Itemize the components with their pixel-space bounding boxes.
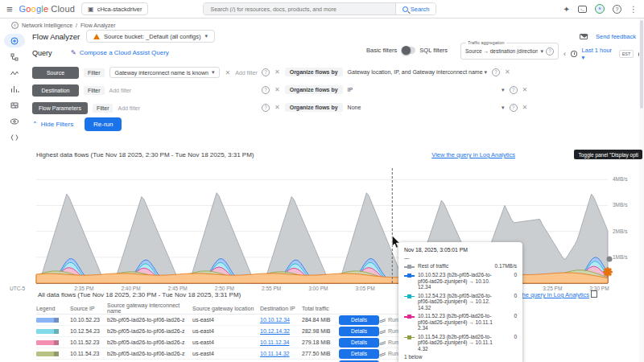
firewall-insights-icon bbox=[10, 101, 19, 110]
x-axis-label: 3:00 PM bbox=[308, 286, 328, 291]
details-button[interactable]: Details bbox=[339, 315, 379, 325]
cloud-shell-icon[interactable]: ›_ bbox=[578, 6, 587, 13]
total-traffic: 277.50 MiB bbox=[302, 351, 339, 356]
details-button[interactable]: Details bbox=[339, 327, 379, 336]
filters-mode-toggle[interactable] bbox=[401, 47, 415, 54]
organize-flows-value[interactable]: Gateway location, IP, and Gateway interc… bbox=[348, 69, 487, 76]
x-axis-label: 2:35 PM bbox=[74, 286, 93, 291]
interconnect-name: b2b-pf05-iad26-to-pf06-iad26-z bbox=[107, 339, 192, 345]
source-bucket-selector[interactable]: Source bucket: _Default (all configs) ▾ bbox=[86, 30, 215, 43]
details-button[interactable]: Details bbox=[339, 349, 379, 359]
y-axis-label: 3MB/s bbox=[613, 202, 628, 208]
organize-clear-icon[interactable]: ✕ bbox=[522, 104, 528, 111]
scrollbar[interactable] bbox=[639, 19, 644, 362]
row-clear-icon[interactable]: ✕ bbox=[275, 86, 280, 93]
remove-filter-icon[interactable]: ✕ bbox=[225, 69, 230, 76]
traffic-aggregation-select[interactable]: Traffic aggregation Source → destination… bbox=[460, 43, 559, 60]
nav-firewall-insights[interactable] bbox=[4, 98, 25, 112]
view-query-link-top[interactable]: View the query in Log Analytics bbox=[431, 151, 515, 158]
organize-clear-icon[interactable]: ✕ bbox=[505, 68, 510, 76]
global-search: Search bbox=[203, 2, 436, 15]
timezone-badge[interactable]: EST bbox=[619, 50, 634, 58]
row-legend-swatch bbox=[36, 352, 56, 356]
destination-ip-link[interactable]: 10.11.12.34 bbox=[260, 339, 302, 345]
breadcrumb-network-intelligence[interactable]: Network Intelligence bbox=[22, 23, 72, 28]
warning-icon bbox=[93, 34, 100, 39]
feedback-icon[interactable] bbox=[580, 34, 588, 39]
organize-flows-value[interactable]: None ▾ bbox=[348, 105, 505, 111]
send-feedback-link[interactable]: Send feedback bbox=[596, 33, 636, 40]
interconnect-name: b2b-pf05-iad26-to-pf06-iad26-z bbox=[107, 328, 192, 334]
nav-performance-dashboard[interactable] bbox=[4, 82, 25, 96]
organize-help-icon[interactable]: ? bbox=[510, 86, 518, 94]
scrollbar-thumb[interactable] bbox=[640, 20, 643, 109]
add-filter-placeholder[interactable]: Add filter bbox=[235, 70, 258, 76]
row-help-icon[interactable]: ? bbox=[262, 104, 270, 112]
organize-flows-value[interactable]: IP ▾ bbox=[348, 87, 505, 93]
row-help-icon[interactable]: ? bbox=[262, 86, 270, 94]
total-traffic: 279.18 MiB bbox=[302, 339, 339, 345]
add-filter-placeholder[interactable]: Add filter bbox=[118, 105, 140, 111]
flow-parameters-dimension-chip[interactable]: Flow Parameters bbox=[32, 102, 88, 114]
destination-ip-link[interactable]: 10.10.12.34 bbox=[260, 317, 302, 323]
connectivity-tests-icon bbox=[10, 68, 19, 78]
organize-clear-icon[interactable]: ✕ bbox=[522, 86, 528, 93]
cloud-assist-query-link[interactable]: ✎ Compose a Cloud Assist Query bbox=[71, 49, 169, 56]
x-axis-label: 3:05 PM bbox=[355, 286, 374, 291]
help-icon[interactable]: ? bbox=[613, 5, 621, 14]
legend-swatch bbox=[404, 273, 415, 278]
organize-help-icon[interactable]: ? bbox=[492, 68, 500, 76]
chevron-down-icon: ▾ bbox=[204, 33, 208, 39]
more-vert-icon[interactable]: ⋮ bbox=[630, 5, 638, 14]
add-filter-placeholder[interactable]: Add filter bbox=[109, 88, 132, 93]
top-app-bar: ≡ GoogleCloud ▣ cHca-stackdriver Search … bbox=[0, 0, 644, 19]
chevron-down-icon: ▾ bbox=[540, 48, 543, 55]
row-help-icon[interactable]: ? bbox=[262, 68, 270, 76]
search-button[interactable]: Search bbox=[395, 3, 436, 14]
network-topology-icon bbox=[10, 52, 19, 62]
row-clear-icon[interactable]: ✕ bbox=[275, 104, 280, 111]
row-legend-swatch bbox=[36, 318, 56, 323]
hide-filters-link[interactable]: ⌃ Hide Filters bbox=[32, 121, 73, 128]
source-filter-chip[interactable]: Gateway interconnect name is known ▾ bbox=[109, 67, 221, 78]
chevron-up-icon: ⌃ bbox=[32, 121, 38, 128]
run-icon bbox=[379, 329, 386, 334]
rerun-button[interactable]: Re-run bbox=[85, 117, 122, 131]
time-range-selector[interactable]: Last 1 hour ▾ bbox=[582, 47, 614, 61]
source-dimension-chip[interactable]: Source bbox=[32, 67, 79, 79]
destination-ip-link[interactable]: 10.12.14.32 bbox=[260, 328, 302, 334]
organize-help-icon[interactable]: ? bbox=[510, 104, 518, 112]
legend-swatch bbox=[404, 335, 415, 340]
avatar[interactable]: s bbox=[595, 4, 605, 14]
nav-connectivity-tests[interactable] bbox=[4, 66, 25, 80]
project-selector[interactable]: ▣ cHca-stackdriver bbox=[81, 2, 148, 15]
nav-flow-analyzer[interactable] bbox=[4, 34, 25, 47]
nav-network-analyzer[interactable] bbox=[4, 114, 25, 128]
hover-row: 10.12.54.23 (b2b-pf05-iad26-to-pf06-iad2… bbox=[404, 293, 517, 311]
all-data-flows-table: LegendSource IPSource gateway interconne… bbox=[36, 302, 415, 362]
source-ip: 10.11.52.23 bbox=[70, 339, 107, 345]
details-button[interactable]: Details bbox=[339, 338, 379, 348]
search-input[interactable] bbox=[204, 3, 394, 14]
hover-row: Rest of traffic0.17MB/s bbox=[404, 263, 517, 269]
y-axis-label: 2MB/s bbox=[613, 228, 628, 234]
breadcrumb-flow-analyzer[interactable]: Flow Analyzer bbox=[80, 23, 116, 28]
gemini-icon[interactable]: ✦ bbox=[564, 5, 570, 14]
search-icon bbox=[402, 6, 408, 12]
nav-network-topology[interactable] bbox=[4, 50, 25, 64]
destination-ip-link[interactable]: 10.11.14.32 bbox=[260, 351, 302, 356]
row-clear-icon[interactable]: ✕ bbox=[275, 68, 280, 76]
menu-icon[interactable]: ≡ bbox=[6, 3, 13, 15]
filter-label: Filter bbox=[93, 104, 114, 113]
aggregation-help-icon[interactable]: ? bbox=[546, 47, 554, 56]
compose-icon: ✎ bbox=[71, 49, 76, 56]
copy-icon[interactable] bbox=[592, 292, 597, 298]
flows-area-chart[interactable]: 1MB/s2MB/s3MB/s4MB/sUTC-52:35 PM2:40 PM2… bbox=[0, 165, 644, 294]
destination-dimension-chip[interactable]: Destination bbox=[32, 84, 79, 97]
organize-flows-label: Organize flows by bbox=[285, 85, 343, 94]
collapse-chevron-icon[interactable]: ‹ bbox=[564, 50, 566, 58]
network-analyzer-icon bbox=[10, 117, 19, 126]
nav-configuration[interactable] bbox=[4, 130, 25, 144]
x-axis-label: 2:55 PM bbox=[262, 286, 281, 291]
chart-hover-card: Nov 18, 2025, 3:05:01 PM — Rest of traff… bbox=[398, 242, 522, 362]
